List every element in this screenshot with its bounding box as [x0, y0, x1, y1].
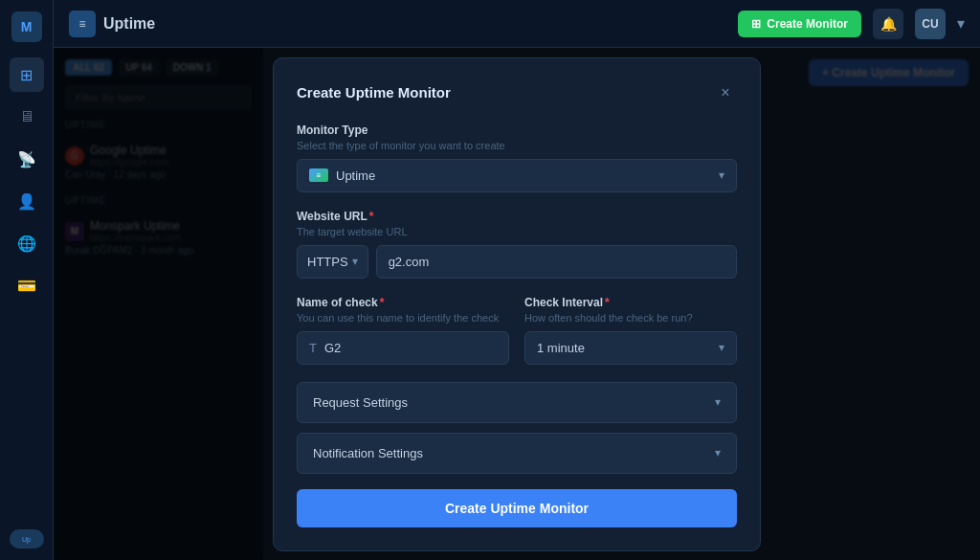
app-name: Uptime	[103, 15, 155, 33]
topnav: ≡ Uptime ⊞ Create Monitor 🔔 CU ▾	[54, 0, 980, 48]
sidebar-logo: M	[11, 11, 42, 42]
modal-title: Create Uptime Monitor	[297, 84, 451, 101]
required-marker: *	[605, 296, 610, 309]
interval-label: Check Interval*	[524, 296, 737, 309]
required-marker: *	[380, 296, 385, 309]
website-url-sublabel: The target website URL	[297, 226, 737, 237]
request-settings-label: Request Settings	[313, 395, 408, 410]
monitor-type-select[interactable]: ≡ Uptime ▾	[297, 159, 737, 192]
url-row: HTTPS ▾	[297, 245, 737, 279]
chevron-down-icon: ▾	[719, 341, 724, 354]
monitor-type-value: Uptime	[336, 168, 375, 183]
app-logo-icon: ≡	[69, 11, 96, 37]
interval-value: 1 minute	[537, 341, 585, 355]
protocol-chevron-icon: ▾	[352, 255, 358, 268]
uptime-icon: ≡	[309, 168, 328, 182]
sidebar-item-card[interactable]: 💳	[10, 268, 44, 302]
user-avatar[interactable]: CU	[915, 9, 946, 39]
interval-select[interactable]: 1 minute ▾	[524, 331, 737, 365]
monitor-type-label: Monitor Type	[297, 123, 737, 137]
name-prefix: T	[309, 341, 317, 355]
create-monitor-button[interactable]: ⊞ Create Monitor	[738, 11, 861, 37]
sidebar: M ⊞ 🖥 📡 👤 🌐 💳 Up	[0, 0, 54, 560]
name-label: Name of check*	[297, 296, 509, 309]
url-input[interactable]	[376, 245, 737, 279]
upgrade-badge: Up	[10, 529, 44, 549]
website-url-label: Website URL*	[297, 210, 737, 223]
sidebar-item-uptime[interactable]: 🖥	[10, 100, 44, 134]
monitor-type-section: Monitor Type Select the type of monitor …	[297, 123, 737, 192]
protocol-select[interactable]: HTTPS ▾	[297, 245, 368, 279]
required-marker: *	[369, 210, 374, 223]
name-input-container: T	[297, 331, 509, 365]
notification-settings-accordion[interactable]: Notification Settings ▾	[297, 433, 737, 474]
modal-close-button[interactable]: ×	[714, 81, 737, 104]
sidebar-item-user[interactable]: 👤	[10, 184, 44, 218]
notification-settings-label: Notification Settings	[313, 446, 423, 460]
protocol-value: HTTPS	[307, 255, 348, 269]
create-uptime-monitor-button[interactable]: Create Uptime Monitor	[297, 489, 737, 527]
request-settings-accordion[interactable]: Request Settings ▾	[297, 382, 737, 423]
create-monitor-icon: ⊞	[751, 17, 761, 31]
interval-sublabel: How often should the check be run?	[524, 312, 737, 324]
chevron-down-icon: ▾	[715, 395, 721, 409]
interval-section: Check Interval* How often should the che…	[524, 296, 737, 365]
app-logo: ≡ Uptime	[69, 11, 155, 37]
main-content: ALL 62 UP 64 DOWN 1 UPTIME G Google Upti…	[54, 48, 980, 560]
name-sublabel: You can use this name to identify the ch…	[297, 312, 509, 324]
sidebar-item-dashboard[interactable]: ⊞	[10, 57, 44, 92]
modal-overlay: Create Uptime Monitor × Monitor Type Sel…	[54, 48, 980, 560]
name-input[interactable]	[324, 341, 497, 355]
notifications-button[interactable]: 🔔	[873, 9, 903, 39]
sidebar-item-signal[interactable]: 📡	[10, 142, 44, 176]
website-url-section: Website URL* The target website URL HTTP…	[297, 210, 737, 279]
chevron-down-icon: ▾	[719, 168, 724, 182]
create-monitor-modal: Create Uptime Monitor × Monitor Type Sel…	[273, 57, 761, 551]
name-interval-row: Name of check* You can use this name to …	[297, 296, 737, 365]
user-menu-chevron[interactable]: ▾	[957, 14, 965, 33]
name-section: Name of check* You can use this name to …	[297, 296, 509, 365]
chevron-down-icon: ▾	[715, 446, 721, 459]
sidebar-item-globe[interactable]: 🌐	[10, 226, 44, 260]
modal-header: Create Uptime Monitor ×	[297, 81, 737, 104]
monitor-type-sublabel: Select the type of monitor you want to c…	[297, 140, 737, 151]
